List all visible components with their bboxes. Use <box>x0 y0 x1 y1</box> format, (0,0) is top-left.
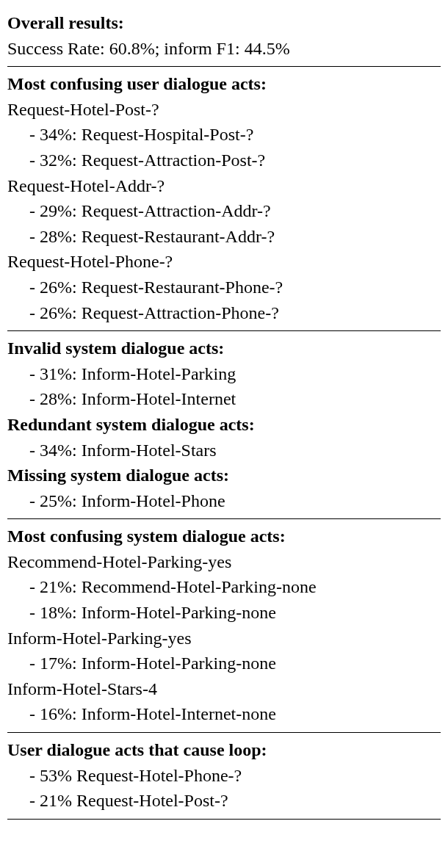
confusing-sys-item: Inform-Hotel-Parking-yes <box>7 626 441 651</box>
confusing-user-heading: Most confusing user dialogue acts: <box>7 72 441 97</box>
confusing-sys-heading: Most confusing system dialogue acts: <box>7 524 441 549</box>
overall-section: Overall results: Success Rate: 60.8%; in… <box>7 6 441 66</box>
confusing-sys-sub: - 18%: Inform-Hotel-Parking-none <box>7 601 441 626</box>
confusing-sys-item: Inform-Hotel-Stars-4 <box>7 677 441 702</box>
confusing-sys-sub: - 17%: Inform-Hotel-Parking-none <box>7 651 441 676</box>
bottom-rule <box>7 819 441 820</box>
confusing-user-sub: - 34%: Request-Hospital-Post-? <box>7 123 441 148</box>
confusing-user-sub: - 29%: Request-Attraction-Addr-? <box>7 199 441 224</box>
confusing-sys-sub: - 21%: Recommend-Hotel-Parking-none <box>7 575 441 600</box>
system-acts-section: Invalid system dialogue acts: - 31%: Inf… <box>7 330 441 518</box>
confusing-sys-sub: - 16%: Inform-Hotel-Internet-none <box>7 702 441 727</box>
loop-sub: - 53% Request-Hotel-Phone-? <box>7 764 441 789</box>
confusing-user-item: Request-Hotel-Post-? <box>7 98 441 123</box>
confusing-user-sub: - 26%: Request-Attraction-Phone-? <box>7 301 441 326</box>
loop-section: User dialogue acts that cause loop: - 53… <box>7 732 441 819</box>
overall-line: Success Rate: 60.8%; inform F1: 44.5% <box>7 37 441 62</box>
confusing-user-item: Request-Hotel-Phone-? <box>7 250 441 275</box>
confusing-sys-item: Recommend-Hotel-Parking-yes <box>7 550 441 575</box>
confusing-user-item: Request-Hotel-Addr-? <box>7 174 441 199</box>
confusing-sys-section: Most confusing system dialogue acts: Rec… <box>7 518 441 732</box>
overall-heading: Overall results: <box>7 11 441 36</box>
invalid-sys-sub: - 28%: Inform-Hotel-Internet <box>7 387 441 412</box>
confusing-user-section: Most confusing user dialogue acts: Reque… <box>7 66 441 330</box>
loop-heading: User dialogue acts that cause loop: <box>7 738 441 763</box>
redundant-sys-sub: - 34%: Inform-Hotel-Stars <box>7 438 441 463</box>
loop-sub: - 21% Request-Hotel-Post-? <box>7 789 441 814</box>
invalid-sys-heading: Invalid system dialogue acts: <box>7 336 441 361</box>
confusing-user-sub: - 26%: Request-Restaurant-Phone-? <box>7 275 441 300</box>
missing-sys-heading: Missing system dialogue acts: <box>7 463 441 488</box>
missing-sys-sub: - 25%: Inform-Hotel-Phone <box>7 489 441 514</box>
invalid-sys-sub: - 31%: Inform-Hotel-Parking <box>7 362 441 387</box>
confusing-user-sub: - 32%: Request-Attraction-Post-? <box>7 148 441 173</box>
redundant-sys-heading: Redundant system dialogue acts: <box>7 413 441 438</box>
confusing-user-sub: - 28%: Request-Restaurant-Addr-? <box>7 225 441 250</box>
